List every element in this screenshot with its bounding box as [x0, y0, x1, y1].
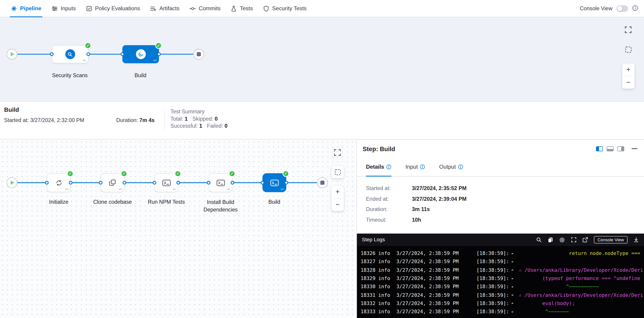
duration-value: 7m 4s	[139, 117, 154, 123]
stage-summary-title: Build	[4, 106, 19, 113]
step-node-build[interactable]: ✓ </>	[262, 173, 286, 192]
log-line-number: 18333	[357, 309, 378, 315]
tab-tests[interactable]: Tests	[226, 0, 258, 17]
log-expand-arrow[interactable]: ►	[512, 285, 519, 289]
stage-node-build[interactable]: ✓ </>	[122, 45, 159, 63]
info-icon[interactable]	[420, 164, 425, 169]
download-icon[interactable]	[633, 237, 639, 243]
log-expand-arrow[interactable]: ►	[512, 260, 519, 264]
success-check-icon: ✓	[229, 170, 236, 177]
log-text: /Users/anka/Library/Developer/Xcode/Deri	[524, 292, 644, 298]
log-line: 18328 info 3/27/2024, 2:38:59 PM [18:38:…	[357, 266, 644, 274]
detail-label: Started at:	[366, 185, 412, 191]
duration-label: Duration:	[116, 117, 138, 123]
divider	[164, 109, 165, 131]
step-panel-header: Step: Build	[357, 140, 644, 158]
console-view-toggle[interactable]	[616, 5, 628, 12]
tab-inputs[interactable]: Inputs	[46, 0, 80, 17]
log-expand-arrow[interactable]: ►	[512, 277, 519, 280]
log-level: info	[378, 259, 396, 265]
step-label: Initialize	[49, 199, 68, 205]
log-expand-arrow[interactable]: ►	[512, 302, 519, 305]
log-line: 18330 info 3/27/2024, 2:38:59 PM [18:38:…	[357, 283, 644, 291]
tab-details[interactable]: Details	[366, 158, 392, 176]
log-date: 3/27/2024, 2:38:59 PM	[396, 259, 476, 265]
tab-label: Policy Evaluations	[95, 5, 140, 11]
console-view-button[interactable]: Console View	[594, 236, 628, 243]
log-time: [18:38:59]:	[476, 276, 512, 281]
started-at-value: 3/27/2024, 2:32:00 PM	[30, 117, 84, 123]
layout-right-panel-icon[interactable]	[617, 146, 624, 151]
step-panel-title: Step: Build	[363, 145, 395, 152]
log-text: /Users/anka/Library/Developer/Xcode/Deri	[524, 267, 644, 273]
select-region-icon[interactable]	[625, 46, 632, 53]
successful-label: Successful:	[170, 123, 198, 129]
tab-label: Details	[366, 164, 384, 170]
tab-pipeline[interactable]: Pipeline	[6, 0, 46, 17]
zoom-in-button[interactable]: +	[622, 64, 634, 76]
connector-dot	[99, 181, 102, 184]
log-level: info	[378, 301, 396, 306]
log-level: info	[378, 284, 396, 290]
log-lines: 18326 info 3/27/2024, 2:38:59 PM [18:38:…	[357, 246, 644, 318]
info-icon[interactable]	[458, 164, 463, 169]
log-line-number: 18329	[357, 276, 378, 281]
log-expand-arrow[interactable]: ►	[512, 268, 519, 272]
step-node-initialize[interactable]: ✓ </>	[47, 173, 71, 192]
log-time: [18:38:59]:	[476, 292, 512, 298]
fullscreen-icon[interactable]	[334, 149, 341, 156]
collapse-panel-icon[interactable]	[632, 148, 638, 149]
stage-label: Security Scans	[52, 72, 88, 78]
info-icon[interactable]	[386, 164, 392, 169]
panel-layout-controls	[596, 146, 638, 151]
stage-connector-line	[17, 54, 194, 55]
log-level: info	[378, 276, 396, 281]
open-external-icon[interactable]	[582, 237, 588, 243]
settings-gear-icon[interactable]	[559, 237, 565, 243]
connector-dot	[207, 181, 210, 184]
tab-input[interactable]: Input	[406, 158, 426, 176]
step-node-run-npm-tests[interactable]: ✓ </>	[154, 173, 178, 192]
zoom-in-button[interactable]: +	[331, 186, 344, 198]
log-expand-arrow[interactable]: ►	[512, 310, 519, 314]
log-time: [18:38:59]:	[476, 259, 512, 265]
tab-policy-evaluations[interactable]: Policy Evaluations	[80, 0, 145, 17]
detail-label: Timeout:	[366, 217, 412, 223]
layout-left-panel-icon[interactable]	[596, 146, 603, 151]
search-icon[interactable]	[536, 237, 542, 243]
select-region-icon[interactable]	[334, 168, 341, 176]
tab-label: Artifacts	[160, 5, 180, 11]
successful-value: 1	[199, 123, 202, 129]
log-text-content: /Users/anka/Library/Developer/Xcode/Deri	[524, 292, 643, 298]
step-label: Run NPM Tests	[148, 199, 185, 205]
tab-output[interactable]: Output	[439, 158, 464, 176]
connector-dot	[45, 181, 48, 184]
log-expand-arrow[interactable]: ►	[512, 252, 519, 255]
tab-security-tests[interactable]: Security Tests	[258, 0, 312, 17]
log-expand-arrow[interactable]: ►	[512, 293, 519, 297]
started-at-label: Started at:	[4, 117, 29, 123]
fullscreen-icon[interactable]	[624, 26, 632, 34]
layout-bottom-panel-icon[interactable]	[607, 146, 614, 151]
tab-commits[interactable]: Commits	[184, 0, 226, 17]
info-icon[interactable]	[632, 5, 638, 12]
zoom-out-button[interactable]: −	[622, 76, 634, 88]
success-check-icon: ✓	[282, 170, 289, 177]
step-node-install-build-dependencies[interactable]: ✓ </>	[208, 173, 232, 192]
select-region-control	[331, 166, 344, 178]
tab-artifacts[interactable]: Artifacts	[145, 0, 184, 17]
copy-icon[interactable]	[548, 237, 553, 243]
test-summary-line2: Successful: 1 Failed: 0	[170, 123, 227, 129]
fullscreen-icon[interactable]	[571, 237, 576, 243]
test-summary-line1: Total: 1 Skipped: 0	[170, 116, 218, 122]
zoom-out-button[interactable]: −	[331, 199, 344, 211]
skipped-value: 0	[215, 116, 218, 122]
clone-icon	[109, 179, 116, 186]
shield-icon	[263, 5, 270, 12]
test-summary-title: Test Summary	[170, 108, 204, 114]
step-details: Started at: 3/27/2024, 2:35:52 PM Ended …	[357, 177, 644, 223]
log-date: 3/27/2024, 2:38:59 PM	[396, 276, 476, 281]
stage-node-security-scans[interactable]: ✓ </>	[52, 45, 88, 63]
step-node-clone-codebase[interactable]: ✓ </>	[101, 173, 124, 192]
total-value: 1	[185, 116, 188, 122]
